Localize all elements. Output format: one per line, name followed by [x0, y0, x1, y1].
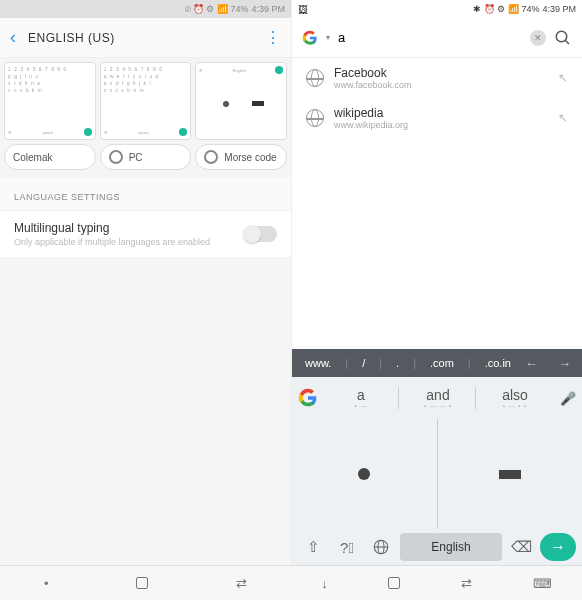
morse-input-area: [292, 419, 582, 529]
keyboard-right: www.| /| .| .com| .co.in ←→ a• — and• — …: [292, 349, 582, 565]
nav-dot-icon[interactable]: •: [44, 576, 49, 591]
key-slash[interactable]: /: [357, 357, 370, 369]
layout-preview-pc[interactable]: 1 2 3 4 5 6 7 8 9 0q w e r t y u i o pa …: [100, 62, 192, 140]
header-left: ‹ ENGLISH (US) ⋮: [0, 18, 291, 58]
google-icon[interactable]: [298, 388, 318, 408]
svg-line-1: [565, 40, 569, 44]
page-title: ENGLISH (US): [28, 31, 115, 45]
language-key[interactable]: [366, 533, 396, 561]
nav-bar-left: • ⇄: [0, 565, 291, 600]
section-header: LANGUAGE SETTINGS: [0, 178, 291, 211]
system-nav-bars: • ⇄ ↓ ⇄ ⌨: [0, 565, 582, 600]
nav-keyboard-icon[interactable]: ⌨: [533, 576, 552, 591]
search-icon[interactable]: [554, 29, 572, 47]
shift-key[interactable]: ⇧: [298, 533, 328, 561]
layout-radios: Colemak PC Morse code: [0, 144, 291, 178]
globe-icon: [306, 109, 324, 127]
layout-preview-colemak[interactable]: 1 2 3 4 5 6 7 8 9 0p g j l u ys t d h n …: [4, 62, 96, 140]
insert-arrow-icon[interactable]: ↖: [558, 111, 568, 125]
nav-recents-icon[interactable]: [136, 577, 148, 589]
search-bar: ▾ ✕: [292, 18, 582, 58]
help-key[interactable]: ?⃝: [332, 533, 362, 561]
candidate-1[interactable]: a• —: [324, 387, 399, 409]
cursor-right-icon[interactable]: →: [553, 356, 576, 371]
status-bar-left: ⎚ ⏰ ⚙ 📶 74% 4:39 PM: [0, 0, 291, 18]
nav-bar-right: ↓ ⇄ ⌨: [291, 565, 582, 600]
keyboard-bottom-row: ⇧ ?⃝ English ⌫ →: [292, 529, 582, 565]
status-bar-right: 🖼 ✱ ⏰ ⚙ 📶 74% 4:39 PM: [292, 0, 582, 18]
radio-circle-icon: [204, 150, 218, 164]
nav-back-icon[interactable]: ⇄: [236, 576, 247, 591]
candidate-row: a• — and• — — • also• — • • 🎤: [292, 377, 582, 419]
spacebar[interactable]: English: [400, 533, 502, 561]
key-com[interactable]: .com: [425, 357, 459, 369]
morse-dot-key[interactable]: [292, 419, 437, 529]
insert-arrow-icon[interactable]: ↖: [558, 71, 568, 85]
setting-title: Multilingual typing: [14, 221, 245, 235]
candidate-2[interactable]: and• — — •: [401, 387, 476, 409]
image-icon: 🖼: [298, 4, 308, 15]
key-coin[interactable]: .co.in: [480, 357, 516, 369]
setting-multilingual[interactable]: Multilingual typing Only applicable if m…: [0, 211, 291, 257]
url-shortcut-row: www.| /| .| .com| .co.in ←→: [292, 349, 582, 377]
enter-key[interactable]: →: [540, 533, 576, 561]
setting-subtitle: Only applicable if multiple languages ar…: [14, 237, 245, 247]
status-icons: ✱ ⏰ ⚙ 📶 74%: [473, 4, 539, 14]
radio-morse[interactable]: Morse code: [195, 144, 287, 170]
backspace-key[interactable]: ⌫: [506, 533, 536, 561]
svg-point-0: [556, 31, 567, 42]
nav-down-icon[interactable]: ↓: [321, 576, 328, 591]
suggestion-wikipedia[interactable]: wikipediawww.wikipedia.org ↖: [292, 98, 582, 138]
layout-preview-morse[interactable]: ⚙English: [195, 62, 287, 140]
dropdown-icon[interactable]: ▾: [326, 33, 330, 42]
nav-back-icon[interactable]: ⇄: [461, 576, 472, 591]
suggestion-facebook[interactable]: Facebookwww.facebook.com ↖: [292, 58, 582, 98]
key-www[interactable]: www.: [300, 357, 336, 369]
clear-icon[interactable]: ✕: [530, 30, 546, 46]
toggle-switch[interactable]: [245, 226, 277, 242]
status-time: 4:39 PM: [251, 4, 285, 14]
cursor-left-icon[interactable]: ←: [520, 356, 543, 371]
candidate-3[interactable]: also• — • •: [478, 387, 552, 409]
radio-pc[interactable]: PC: [100, 144, 192, 170]
status-time: 4:39 PM: [542, 4, 576, 14]
nav-recents-icon[interactable]: [388, 577, 400, 589]
search-input[interactable]: [338, 30, 522, 45]
radio-colemak[interactable]: Colemak: [4, 144, 96, 170]
key-dot[interactable]: .: [391, 357, 404, 369]
google-logo-icon: [302, 30, 318, 46]
mic-icon[interactable]: 🎤: [560, 391, 576, 406]
globe-icon: [306, 69, 324, 87]
status-icons: ⎚ ⏰ ⚙ 📶 74%: [185, 4, 248, 14]
morse-dash-key[interactable]: [438, 419, 583, 529]
radio-circle-icon: [109, 150, 123, 164]
keyboard-previews: 1 2 3 4 5 6 7 8 9 0p g j l u ys t d h n …: [0, 58, 291, 144]
more-icon[interactable]: ⋮: [265, 28, 281, 47]
back-icon[interactable]: ‹: [10, 27, 16, 48]
